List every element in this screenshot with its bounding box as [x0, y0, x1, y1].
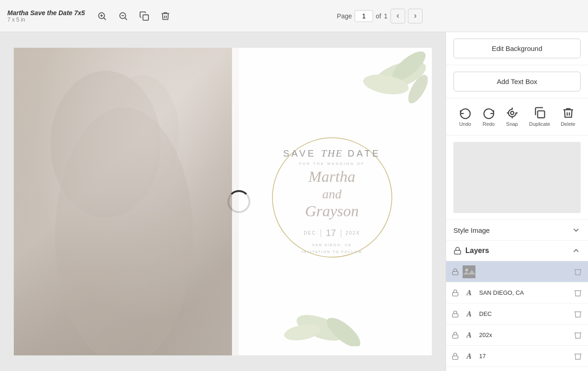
layer-delete-icon[interactable] [573, 352, 582, 361]
canvas-area[interactable]: SAVE the DATE FOR THE WEDDING OF Martha … [0, 32, 446, 371]
zoom-in-button[interactable] [94, 8, 110, 24]
layers-title: Layers [465, 247, 489, 255]
dec-text: DEC [304, 230, 316, 236]
wreath-greenery-top [317, 48, 432, 140]
layer-item[interactable]: A 202x [446, 325, 588, 346]
layer-item[interactable]: A DEC [446, 304, 588, 325]
layer-lock-icon [452, 289, 459, 297]
style-image-row[interactable]: Style Image [446, 219, 588, 241]
canvas-content: SAVE the DATE FOR THE WEDDING OF Martha … [14, 48, 432, 355]
next-page-button[interactable] [408, 9, 423, 23]
redo-tool[interactable]: Redo [478, 104, 500, 129]
edit-background-section: Edit Background [446, 32, 588, 65]
svg-line-3 [103, 17, 106, 20]
layer-name: SAN DIEGO, CA [479, 289, 570, 296]
copy-button[interactable] [136, 8, 152, 24]
layer-item[interactable] [446, 261, 588, 282]
canvas-invite-right: SAVE the DATE FOR THE WEDDING OF Martha … [232, 48, 432, 355]
duplicate-label: Duplicate [529, 121, 550, 127]
top-toolbar: Martha Save the Date 7x5 7 x 5 in Page o… [0, 0, 588, 32]
layers-header: Layers [446, 241, 588, 261]
for-wedding-text: FOR THE WEDDING OF [283, 162, 380, 166]
layers-collapse-icon[interactable] [571, 246, 581, 255]
prev-page-button[interactable] [390, 9, 405, 23]
delete-tool-icon [562, 107, 575, 119]
layer-delete-icon[interactable] [573, 267, 582, 276]
document-title: Martha Save the Date 7x5 [7, 9, 85, 17]
redo-icon [482, 107, 495, 119]
loading-spinner [227, 190, 250, 213]
undo-tool[interactable]: Undo [454, 104, 476, 129]
tool-icons-row: Undo Redo Snap [446, 98, 588, 135]
svg-rect-20 [537, 111, 544, 118]
invite-text-block: SAVE the DATE FOR THE WEDDING OF Martha … [274, 139, 390, 264]
snap-tool[interactable]: Snap [501, 104, 523, 129]
save-text: SAVE [283, 148, 316, 158]
layer-lock-icon [452, 332, 459, 339]
svg-rect-7 [143, 15, 148, 20]
svg-rect-27 [452, 335, 458, 338]
layer-delete-icon[interactable] [573, 331, 582, 340]
layers-panel: Layers [446, 241, 588, 371]
edit-background-button[interactable]: Edit Background [453, 39, 581, 58]
lock-icon [453, 247, 462, 255]
style-image-label: Style Image [453, 226, 490, 234]
layer-item[interactable]: A SAN DIEGO, CA [446, 282, 588, 304]
svg-rect-21 [454, 250, 461, 254]
snap-label: Snap [506, 121, 518, 127]
document-title-block: Martha Save the Date 7x5 7 x 5 in [7, 9, 85, 23]
name-and-text: and [283, 186, 380, 202]
couple-silhouette [14, 52, 239, 355]
invitation-text: INVITATION TO FOLLOW [283, 249, 380, 255]
layer-delete-icon[interactable] [573, 288, 582, 298]
layer-image-thumbnail [463, 265, 475, 278]
page-label: Page [337, 12, 352, 20]
page-total: 1 [384, 12, 388, 20]
redo-label: Redo [482, 121, 494, 127]
layer-type-text-icon: A [463, 287, 475, 299]
right-panel: Edit Background Add Text Box Undo Redo [446, 32, 588, 371]
chevron-down-icon [571, 225, 581, 235]
delete-label: Delete [561, 121, 576, 127]
delete-tool[interactable]: Delete [556, 104, 580, 129]
canvas-photo-left [14, 48, 239, 355]
page-number-input[interactable] [355, 10, 373, 22]
svg-point-24 [465, 269, 468, 271]
svg-line-6 [124, 17, 127, 20]
layers-title-row: Layers [453, 247, 489, 255]
name1-text: Martha [283, 168, 380, 186]
layer-lock-icon [452, 310, 459, 318]
main-layout: SAVE the DATE FOR THE WEDDING OF Martha … [0, 32, 588, 371]
preview-area [453, 142, 581, 213]
layer-lock-icon [452, 268, 459, 275]
svg-rect-25 [452, 292, 458, 296]
page-navigation: Page of 1 [337, 9, 422, 23]
location-text: SAN DIEGO, CA [283, 242, 380, 248]
zoom-out-button[interactable] [115, 8, 131, 24]
layer-type-text-icon: A [463, 329, 475, 342]
add-text-box-button[interactable]: Add Text Box [453, 72, 581, 91]
svg-point-10 [55, 107, 193, 355]
page-of-label: of [376, 12, 381, 20]
layer-type-text-icon: A [463, 350, 475, 363]
svg-rect-23 [463, 265, 475, 278]
add-text-box-section: Add Text Box [446, 65, 588, 98]
duplicate-tool[interactable]: Duplicate [525, 104, 555, 129]
layers-list: A SAN DIEGO, CA A DEC [446, 261, 588, 371]
wreath-greenery-bottom [275, 300, 390, 346]
layer-type-text-icon: A [463, 308, 475, 320]
layer-name: DEC [479, 310, 570, 317]
delete-toolbar-button[interactable] [158, 8, 173, 24]
layer-item[interactable]: A 17 [446, 346, 588, 367]
svg-rect-22 [452, 271, 458, 275]
layer-name: 202x [479, 332, 570, 338]
layer-lock-icon [452, 353, 459, 360]
day-text: 17 [326, 228, 336, 238]
layer-item[interactable]: Rectangle [446, 367, 588, 371]
name2-text: Grayson [283, 202, 380, 221]
duplicate-icon [533, 107, 546, 119]
the-text: the [321, 147, 343, 159]
image-thumbnail-icon [463, 265, 475, 278]
svg-point-19 [510, 112, 514, 115]
layer-delete-icon[interactable] [573, 309, 582, 319]
